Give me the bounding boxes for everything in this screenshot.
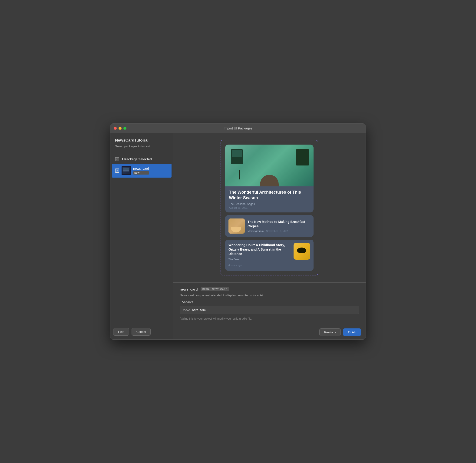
- medium-title: The New Method to Making Breakfast Crepe…: [247, 220, 310, 228]
- package-name: news_card: [133, 167, 149, 170]
- lamp-icon: [239, 170, 240, 179]
- more-options-icon[interactable]: ⋮: [287, 263, 291, 267]
- thumb-line-1: [123, 170, 129, 171]
- cancel-button[interactable]: Cancel: [132, 328, 151, 336]
- package-checkbox[interactable]: ✓: [115, 169, 119, 173]
- hero-image: [225, 145, 314, 187]
- hero-text-area: The Wonderful Architectures of This Wint…: [225, 187, 314, 213]
- variant-value: hero-item: [192, 308, 206, 312]
- previous-button[interactable]: Previous: [319, 329, 341, 336]
- bowl-icon: [231, 227, 241, 232]
- package-item[interactable]: ✓ news_card NEW: [112, 164, 172, 178]
- package-checkmark-icon: ✓: [116, 169, 118, 172]
- small-time: 4 hours ago: [229, 264, 242, 267]
- package-header: ✓ 1 Package Selected: [110, 157, 173, 161]
- thumb-img-block: [123, 168, 129, 170]
- sidebar-footer: Help Cancel: [110, 324, 173, 339]
- preview-dashed-border: The Wonderful Architectures of This Wint…: [220, 140, 318, 275]
- building-window-icon: [231, 149, 243, 164]
- finish-button[interactable]: Finish: [343, 329, 361, 336]
- medium-card: The New Method to Making Breakfast Crepe…: [225, 215, 314, 237]
- main-area: The Wonderful Architectures of This Wint…: [173, 133, 366, 339]
- small-bottom: 4 hours ago ⋮: [229, 263, 291, 267]
- package-badge: NEW: [133, 171, 149, 175]
- select-all-checkbox[interactable]: ✓: [115, 157, 119, 161]
- medium-meta: Morning Break November 10, 2021: [247, 230, 310, 232]
- info-header: news_card INITIAL NEWS CARD: [180, 287, 359, 291]
- app-name: NewsCardTutorial: [115, 138, 168, 143]
- bottom-right-buttons: Previous Finish: [319, 329, 361, 336]
- small-image: [293, 243, 310, 260]
- window-title: Import UI Packages: [224, 126, 252, 130]
- shutters-icon: [296, 149, 309, 166]
- title-bar: Import UI Packages: [110, 124, 366, 133]
- medium-image: [229, 218, 245, 234]
- thumb-line-2: [123, 171, 129, 172]
- footer-note: Adding this to your project will modify …: [180, 317, 359, 320]
- info-badge: INITIAL NEWS CARD: [201, 287, 229, 291]
- bottom-bar: Previous Finish: [173, 325, 366, 339]
- arch-icon: [260, 175, 279, 187]
- hero-date: August 25, 2021: [229, 206, 310, 209]
- window-controls: [114, 127, 126, 130]
- variants-divider: [195, 302, 359, 302]
- small-source: The Bees: [229, 258, 291, 261]
- thumbnail-inner: [123, 167, 130, 174]
- info-pkg-name: news_card: [180, 287, 198, 291]
- medium-date: November 10, 2021: [266, 230, 289, 232]
- variant-row: view: hero-item: [180, 306, 359, 314]
- checkmark-icon: ✓: [116, 158, 118, 161]
- package-count: 1 Package Selected: [122, 157, 152, 161]
- variants-count: 3 Variants: [180, 300, 193, 304]
- package-info: news_card NEW: [133, 167, 149, 175]
- package-thumbnail: [122, 166, 131, 175]
- hero-source: The Seasonal Sagas: [229, 203, 310, 206]
- info-area: news_card INITIAL NEWS CARD News card co…: [173, 282, 366, 325]
- divider: [110, 154, 173, 154]
- content-area: NewsCardTutorial Select packages to impo…: [110, 133, 366, 339]
- hero-card: The Wonderful Architectures of This Wint…: [225, 145, 314, 213]
- hero-title: The Wonderful Architectures of This Wint…: [229, 190, 310, 201]
- main-window: Import UI Packages NewsCardTutorial Sele…: [110, 124, 366, 339]
- close-button[interactable]: [114, 127, 117, 130]
- small-text: Wondering Hour: A Childhood Story, Grizz…: [229, 243, 291, 267]
- small-title: Wondering Hour: A Childhood Story, Grizz…: [229, 243, 291, 256]
- medium-source: Morning Break: [247, 230, 264, 232]
- sidebar: NewsCardTutorial Select packages to impo…: [110, 133, 173, 339]
- sidebar-header: NewsCardTutorial Select packages to impo…: [110, 133, 173, 150]
- small-card: Wondering Hour: A Childhood Story, Grizz…: [225, 240, 314, 271]
- help-button[interactable]: Help: [113, 328, 129, 336]
- medium-text: The New Method to Making Breakfast Crepe…: [247, 220, 310, 232]
- preview-area: The Wonderful Architectures of This Wint…: [173, 133, 366, 282]
- sidebar-subtitle: Select packages to import: [115, 145, 168, 148]
- info-description: News card component intended to display …: [180, 294, 359, 297]
- minimize-button[interactable]: [119, 127, 122, 130]
- bee-icon: [297, 248, 306, 253]
- variants-label: 3 Variants: [180, 300, 359, 304]
- variant-key: view:: [183, 308, 190, 312]
- maximize-button[interactable]: [123, 127, 126, 130]
